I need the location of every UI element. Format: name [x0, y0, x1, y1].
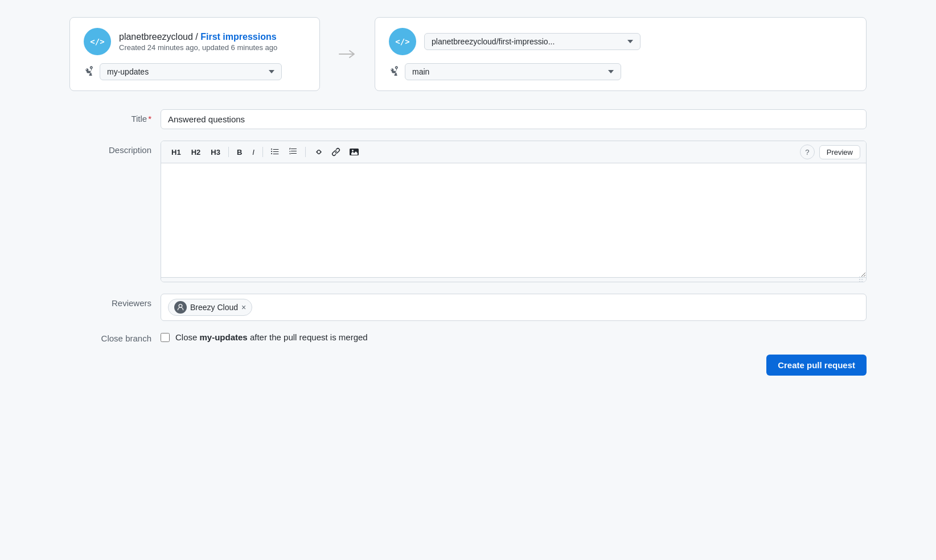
target-repo-card: </> planetbreezycloud/first-impressio...… [375, 17, 867, 91]
close-branch-row: Close branch Close my-updates after the … [69, 332, 867, 343]
title-row: Title* [69, 109, 867, 129]
editor-toolbar: H1 H2 H3 B I [161, 141, 866, 163]
source-repo-header: </> planetbreezycloud / First impression… [84, 28, 306, 55]
source-branch-icon [84, 65, 94, 79]
description-textarea[interactable] [161, 163, 866, 277]
editor-resize-handle: ⠿ [161, 277, 866, 282]
source-branch-row: my-updates [84, 63, 306, 80]
close-branch-label: Close branch [69, 332, 161, 343]
toolbar-preview-btn[interactable]: Preview [819, 145, 860, 159]
toolbar-divider-1 [228, 147, 229, 157]
toolbar-h2-btn[interactable]: H2 [187, 146, 206, 159]
toolbar-image-btn[interactable] [346, 145, 363, 159]
toolbar-ol-btn[interactable] [285, 145, 302, 159]
toolbar-italic-btn[interactable]: I [248, 146, 259, 159]
toolbar-link-btn[interactable] [327, 145, 344, 159]
title-label: Title* [69, 109, 161, 123]
form-section: Title* Description H1 H2 H3 B I [69, 109, 867, 376]
resize-icon: ⠿ [858, 276, 864, 283]
source-repo-info: planetbreezycloud / First impressions Cr… [119, 32, 277, 52]
target-branch-row: main [389, 63, 852, 80]
form-footer: Create pull request [69, 355, 867, 376]
target-branch-select[interactable]: main [405, 63, 621, 80]
toolbar-code-btn[interactable] [309, 145, 326, 159]
target-repo-select[interactable]: planetbreezycloud/first-impressio... [424, 33, 641, 50]
toolbar-h1-btn[interactable]: H1 [167, 146, 186, 159]
source-repo-avatar: </> [84, 28, 111, 55]
reviewers-control-wrap: Breezy Cloud × [161, 294, 867, 321]
title-input[interactable] [161, 109, 867, 129]
source-repo-link[interactable]: First impressions [200, 32, 276, 42]
arrow-connector [334, 48, 361, 60]
reviewer-remove-btn[interactable]: × [241, 303, 246, 311]
toolbar-divider-3 [305, 147, 306, 157]
reviewer-tag: Breezy Cloud × [168, 299, 252, 316]
close-branch-checkbox[interactable] [161, 333, 170, 342]
target-branch-icon [389, 65, 399, 79]
toolbar-bold-btn[interactable]: B [232, 146, 247, 159]
close-branch-content: Close my-updates after the pull request … [161, 332, 368, 342]
source-repo-name: planetbreezycloud / First impressions [119, 32, 277, 42]
description-label: Description [69, 141, 161, 155]
reviewers-input[interactable]: Breezy Cloud × [161, 294, 867, 321]
reviewers-row: Reviewers Breezy Cloud × [69, 294, 867, 321]
toolbar-help-btn[interactable]: ? [800, 145, 815, 159]
source-repo-meta: Created 24 minutes ago, updated 6 minute… [119, 43, 277, 52]
title-control-wrap [161, 109, 867, 129]
target-repo-avatar: </> [389, 28, 416, 55]
reviewer-avatar [174, 301, 187, 314]
toolbar-divider-2 [262, 147, 263, 157]
reviewers-label: Reviewers [69, 294, 161, 308]
reviewer-name: Breezy Cloud [190, 303, 238, 312]
source-repo-card: </> planetbreezycloud / First impression… [69, 17, 320, 91]
page-container: </> planetbreezycloud / First impression… [69, 17, 867, 376]
toolbar-ul-btn[interactable] [266, 145, 284, 159]
description-control-wrap: H1 H2 H3 B I [161, 141, 867, 282]
description-editor: H1 H2 H3 B I [161, 141, 867, 282]
source-branch-select[interactable]: my-updates [100, 63, 282, 80]
target-repo-header: </> planetbreezycloud/first-impressio... [389, 28, 852, 55]
close-branch-name: my-updates [200, 332, 248, 342]
create-pr-button[interactable]: Create pull request [766, 355, 867, 376]
description-row: Description H1 H2 H3 B I [69, 141, 867, 282]
repo-section: </> planetbreezycloud / First impression… [69, 17, 867, 91]
toolbar-h3-btn[interactable]: H3 [206, 146, 225, 159]
